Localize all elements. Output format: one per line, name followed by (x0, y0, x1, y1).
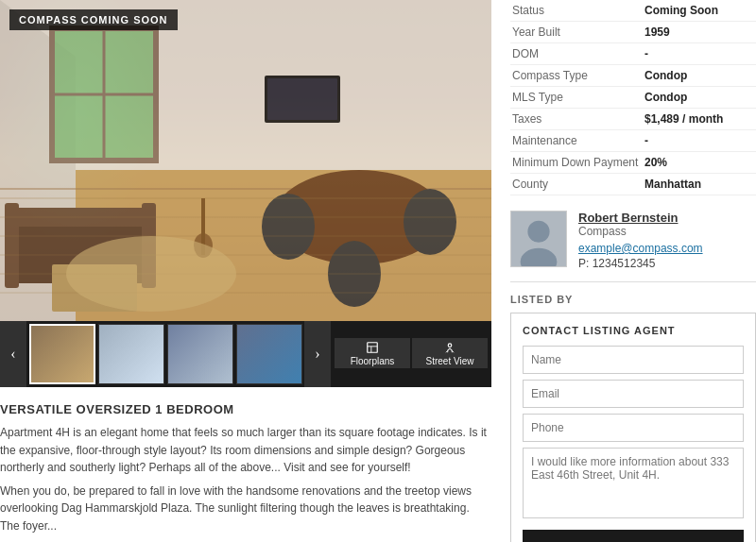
floorplans-button[interactable]: Floorplans (335, 338, 410, 368)
detail-label: Year Built (510, 22, 643, 43)
listed-by-label: LISTED BY (510, 294, 756, 305)
detail-value: 1959 (643, 22, 756, 43)
table-row: CountyManhattan (510, 174, 756, 195)
table-row: Maintenance- (510, 130, 756, 152)
detail-value: 20% (643, 152, 756, 174)
agent-info: Robert Bernstein Compass example@compass… (578, 211, 703, 270)
agent-photo (510, 211, 567, 267)
detail-label: MLS Type (510, 87, 643, 109)
thumbnail-2[interactable] (98, 324, 164, 384)
next-arrow[interactable]: › (304, 321, 331, 387)
thumbnail-3[interactable] (167, 324, 233, 384)
contact-name-input[interactable] (523, 346, 744, 374)
listing-description-1: Apartment 4H is an elegant home that fee… (0, 424, 491, 477)
description-area: VERSATILE OVERSIZED 1 BEDROOM Apartment … (0, 387, 491, 542)
detail-label: Taxes (510, 109, 643, 130)
detail-value: - (643, 130, 756, 152)
table-row: Year Built1959 (510, 22, 756, 43)
detail-value: Condop (643, 65, 756, 87)
table-row: MLS TypeCondop (510, 87, 756, 109)
table-row: StatusComing Soon (510, 0, 756, 22)
compass-badge: COMPASS COMING SOON (9, 9, 178, 30)
agent-phone: P: 1234512345 (578, 257, 703, 270)
street-view-button[interactable]: Street View (412, 338, 488, 368)
agent-company: Compass (578, 225, 703, 238)
table-row: Taxes$1,489 / month (510, 109, 756, 130)
detail-label: Maintenance (510, 130, 643, 152)
agent-email[interactable]: example@compass.com (578, 242, 703, 255)
left-column: COMPASS COMING SOON ‹ › Fl (0, 0, 491, 542)
property-details-table: StatusComing SoonYear Built1959DOM-Compa… (510, 0, 756, 195)
svg-rect-28 (368, 342, 378, 352)
detail-label: Minimum Down Payment (510, 152, 643, 174)
detail-value: Manhattan (643, 174, 756, 195)
detail-value: - (643, 43, 756, 65)
svg-point-14 (262, 194, 315, 260)
table-row: Compass TypeCondop (510, 65, 756, 87)
detail-label: Compass Type (510, 65, 643, 87)
contact-form-title: CONTACT LISTING AGENT (523, 325, 744, 336)
thumbnail-4[interactable] (236, 324, 302, 384)
detail-value: $1,489 / month (643, 109, 756, 130)
detail-label: DOM (510, 43, 643, 65)
detail-label: County (510, 174, 643, 195)
send-message-button[interactable]: Send Message (523, 530, 744, 542)
agent-card: Robert Bernstein Compass example@compass… (510, 211, 756, 282)
contact-email-input[interactable] (523, 380, 744, 408)
listing-title: VERSATILE OVERSIZED 1 BEDROOM (0, 402, 491, 416)
thumbnails-list (26, 321, 304, 387)
table-row: DOM- (510, 43, 756, 65)
thumbnail-1[interactable] (29, 324, 95, 384)
svg-point-25 (66, 236, 236, 312)
detail-value: Coming Soon (643, 0, 756, 22)
svg-rect-10 (5, 203, 19, 288)
thumbnail-strip: ‹ › Floorplans (0, 321, 491, 387)
prev-arrow[interactable]: ‹ (0, 321, 26, 387)
hero-image: COMPASS COMING SOON (0, 0, 491, 321)
listing-description-2: When you do, be prepared to fall in love… (0, 483, 491, 535)
svg-rect-27 (267, 78, 337, 120)
contact-message-textarea[interactable] (523, 448, 744, 518)
contact-phone-input[interactable] (523, 414, 744, 442)
right-column: StatusComing SoonYear Built1959DOM-Compa… (491, 0, 756, 542)
table-row: Minimum Down Payment20% (510, 152, 756, 174)
detail-value: Condop (643, 87, 756, 109)
agent-name: Robert Bernstein (578, 211, 703, 225)
svg-point-35 (527, 221, 549, 243)
svg-point-31 (448, 343, 452, 347)
detail-label: Status (510, 0, 643, 22)
contact-form: CONTACT LISTING AGENT Send Message (510, 313, 756, 542)
special-buttons: Floorplans Street View (331, 334, 491, 374)
